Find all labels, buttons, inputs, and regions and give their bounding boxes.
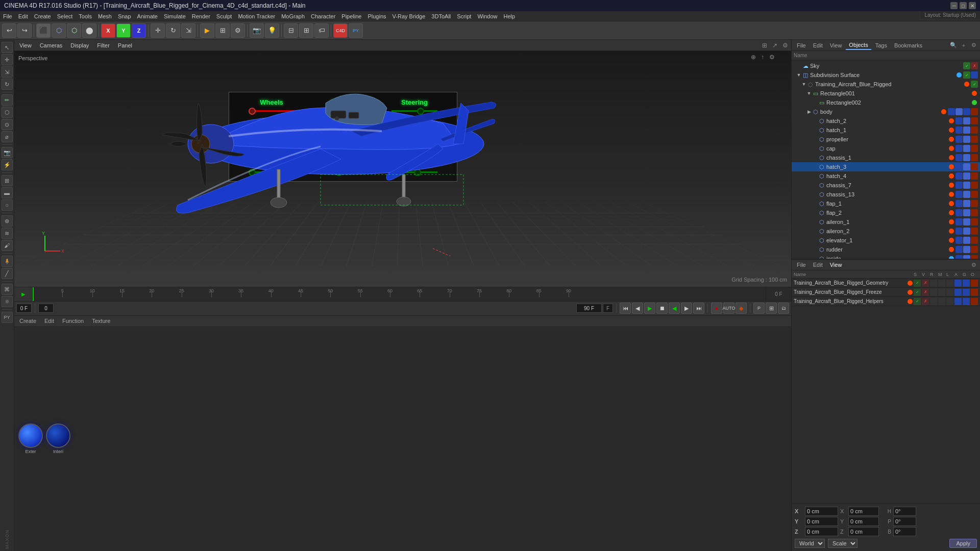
chassis1-tag2[interactable] — [963, 154, 970, 161]
menu-window[interactable]: Window — [477, 13, 497, 19]
prop-helpers-a[interactable] — [954, 298, 962, 305]
dynamics-lt-button[interactable]: ⚛ — [2, 296, 13, 307]
play-reverse-button[interactable]: ◀ — [669, 303, 680, 314]
menu-vray[interactable]: V-Ray Bridge — [393, 13, 426, 19]
scale-mode-select[interactable]: Scale — [828, 539, 857, 548]
aileron1-tag2[interactable] — [963, 218, 970, 226]
chassis13-tag2[interactable] — [963, 191, 970, 198]
prop-row-helpers[interactable]: Training_Aircraft_Blue_Rigged_Helpers ✓ … — [792, 297, 980, 306]
tree-inside[interactable]: ⬡ inside — [792, 254, 980, 259]
light-lt-button[interactable]: ⚡ — [2, 159, 13, 170]
z-position-input[interactable] — [805, 527, 838, 536]
elevator1-tag2[interactable] — [963, 237, 970, 244]
maximize-button[interactable]: □ — [960, 2, 967, 9]
tree-elevator1[interactable]: ⬡ elevator_1 — [792, 236, 980, 245]
body-tag4[interactable] — [971, 108, 978, 115]
prop-geo-a[interactable] — [954, 280, 962, 287]
prop-helpers-g[interactable] — [963, 298, 970, 305]
playhead[interactable] — [33, 287, 34, 301]
prop-helpers-s[interactable]: ✓ — [914, 298, 921, 305]
elevator1-tag3[interactable] — [971, 237, 978, 244]
om-edit-tab[interactable]: Edit — [810, 41, 826, 49]
tree-rudder[interactable]: ⬡ rudder — [792, 245, 980, 254]
mode-object-button[interactable]: ⬛ — [36, 23, 51, 38]
tree-flap2[interactable]: ⬡ flap_2 — [792, 208, 980, 217]
tree-aileron1[interactable]: ⬡ aileron_1 — [792, 217, 980, 227]
render-settings-button[interactable]: ⚙ — [231, 23, 245, 38]
c4d-logo-button[interactable]: C4D — [333, 23, 348, 38]
rotate-tool-lt-button[interactable]: ↻ — [2, 79, 13, 90]
prop-freeze-v[interactable]: ✗ — [922, 289, 929, 296]
tree-sky[interactable]: ☁ Sky ✓ ✗ — [792, 61, 980, 70]
b-input[interactable] — [893, 527, 916, 536]
menu-animate[interactable]: Animate — [137, 13, 158, 19]
menu-edit[interactable]: Edit — [18, 13, 28, 19]
vp-tab-view[interactable]: View — [16, 41, 35, 49]
om-search-icon[interactable]: 🔍 — [949, 41, 958, 49]
tree-hatch2[interactable]: ⬡ hatch_2 — [792, 116, 980, 126]
chassis7-tag3[interactable] — [971, 182, 978, 189]
timeline-ruler[interactable]: 051015202530354045505560657075808590 — [33, 287, 766, 301]
om-tags-tab[interactable]: Tags — [872, 41, 890, 49]
tree-arrow-aircraft[interactable]: ▼ — [801, 82, 807, 87]
layout-button[interactable]: ⊟ — [284, 23, 298, 38]
minimize-button[interactable]: ─ — [950, 2, 958, 9]
tree-propeller[interactable]: ⬡ propeller — [792, 135, 980, 144]
tree-body[interactable]: ▶ ⬡ body — [792, 107, 980, 116]
menu-character[interactable]: Character — [311, 13, 335, 19]
auto-key-button[interactable]: AUTO — [723, 303, 734, 314]
menu-select[interactable]: Select — [57, 13, 73, 19]
om-bookmarks-tab[interactable]: Bookmarks — [891, 41, 925, 49]
viewport-settings-icon[interactable]: ⚙ — [781, 41, 789, 49]
hatch3-tag2[interactable] — [963, 163, 970, 170]
menu-help[interactable]: Help — [504, 13, 516, 19]
hatch3-tag3[interactable] — [971, 163, 978, 170]
material-exterior[interactable]: Exter — [18, 423, 43, 454]
tree-rectangle001[interactable]: ▼ ▭ Rectangle001 — [792, 89, 980, 98]
hair-lt-button[interactable]: ≋ — [2, 228, 13, 239]
mat-function-tab[interactable]: Function — [59, 318, 87, 324]
menu-pipeline[interactable]: Pipeline — [341, 13, 361, 19]
sky-vis-badge[interactable]: ✓ — [963, 62, 970, 69]
tree-rectangle002[interactable]: ▭ Rectangle002 — [792, 98, 980, 107]
play-button[interactable]: ▶ — [644, 303, 655, 314]
tree-arrow-body[interactable]: ▶ — [806, 109, 812, 114]
h-input[interactable] — [893, 507, 916, 516]
rudder-tag[interactable] — [955, 246, 963, 253]
object-manager-button[interactable]: 🗂 — [778, 303, 789, 314]
aileron2-tag3[interactable] — [971, 228, 978, 235]
prop-view-tab[interactable]: View — [827, 261, 845, 269]
chassis7-tag[interactable] — [955, 182, 963, 189]
prop-edit-tab[interactable]: Edit — [810, 261, 826, 269]
prop-geo-m[interactable] — [938, 280, 945, 287]
prop-helpers-v[interactable]: ✗ — [922, 298, 929, 305]
axis-x-button[interactable]: X — [101, 23, 115, 38]
render-preview-button[interactable]: ⊞ — [766, 303, 777, 314]
prop-freeze-s[interactable]: ✓ — [914, 289, 921, 296]
prop-helpers-m[interactable] — [938, 298, 945, 305]
aileron2-tag2[interactable] — [963, 228, 970, 235]
scale-tool-lt-button[interactable]: ⇲ — [2, 66, 13, 78]
deformer-tool-button[interactable]: ⌀ — [2, 131, 13, 142]
camera-button[interactable]: 📷 — [250, 23, 264, 38]
tree-chassis7[interactable]: ⬡ chassis_7 — [792, 181, 980, 190]
prop-icon-1[interactable]: ⚙ — [970, 261, 978, 269]
paint-lt-button[interactable]: 🖌 — [2, 240, 13, 251]
elevator1-tag[interactable] — [955, 237, 963, 244]
3d-viewport[interactable]: Perspective ⊕ ↑ ⚙ Wheels — [14, 51, 791, 287]
tree-hatch1[interactable]: ⬡ hatch_1 — [792, 126, 980, 135]
record-button[interactable]: ● — [711, 303, 722, 314]
hatch1-tag3[interactable] — [971, 127, 978, 134]
chassis13-tag[interactable] — [955, 191, 963, 198]
tree-hatch4[interactable]: ⬡ hatch_4 — [792, 171, 980, 181]
go-to-start-button[interactable]: ⏮ — [620, 303, 631, 314]
hatch1-tag2[interactable] — [963, 127, 970, 134]
subdiv-vis-badge[interactable]: ✓ — [963, 71, 970, 79]
close-button[interactable]: ✕ — [969, 2, 976, 9]
om-settings-icon[interactable]: ⚙ — [970, 41, 978, 49]
floor-lt-button[interactable]: ▬ — [2, 187, 13, 198]
prop-row-geometry[interactable]: Training_Aircraft_Blue_Rigged_Geometry ✓… — [792, 279, 980, 288]
frame-input[interactable]: 0 F — [16, 304, 32, 313]
xpresso-lt-button[interactable]: ⌘ — [2, 284, 13, 295]
cap-tag2[interactable] — [963, 145, 970, 152]
